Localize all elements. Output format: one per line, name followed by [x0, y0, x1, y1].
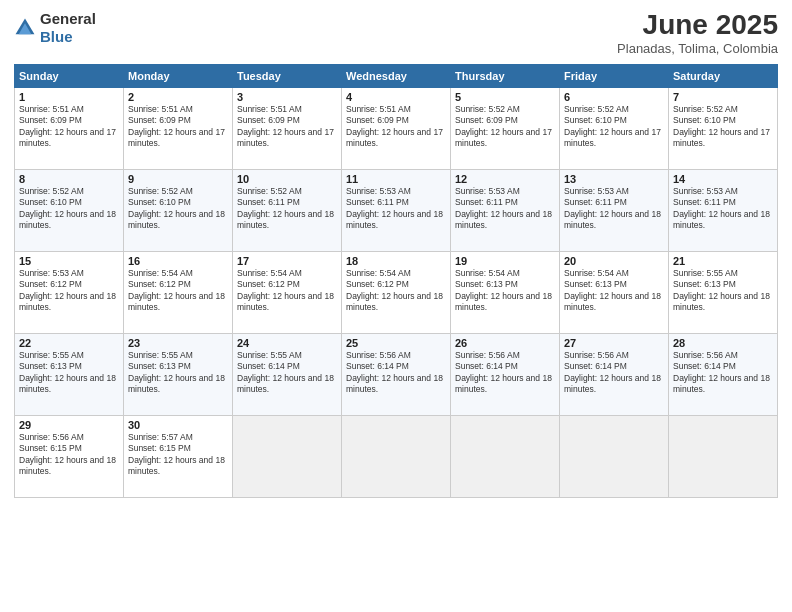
day-number: 28 — [673, 337, 773, 349]
calendar-cell: 4Sunrise: 5:51 AMSunset: 6:09 PMDaylight… — [342, 87, 451, 169]
calendar-table: Sunday Monday Tuesday Wednesday Thursday… — [14, 64, 778, 498]
calendar-cell: 7Sunrise: 5:52 AMSunset: 6:10 PMDaylight… — [669, 87, 778, 169]
header: General Blue June 2025 Planadas, Tolima,… — [14, 10, 778, 56]
day-info: Sunrise: 5:56 AMSunset: 6:14 PMDaylight:… — [455, 350, 555, 396]
calendar-cell — [560, 415, 669, 497]
day-info: Sunrise: 5:52 AMSunset: 6:09 PMDaylight:… — [455, 104, 555, 150]
day-number: 26 — [455, 337, 555, 349]
calendar-cell: 12Sunrise: 5:53 AMSunset: 6:11 PMDayligh… — [451, 169, 560, 251]
col-thursday: Thursday — [451, 64, 560, 87]
calendar-subtitle: Planadas, Tolima, Colombia — [617, 41, 778, 56]
day-info: Sunrise: 5:54 AMSunset: 6:13 PMDaylight:… — [564, 268, 664, 314]
day-info: Sunrise: 5:53 AMSunset: 6:11 PMDaylight:… — [346, 186, 446, 232]
day-info: Sunrise: 5:52 AMSunset: 6:10 PMDaylight:… — [128, 186, 228, 232]
calendar-cell — [451, 415, 560, 497]
day-info: Sunrise: 5:54 AMSunset: 6:12 PMDaylight:… — [237, 268, 337, 314]
calendar-cell: 26Sunrise: 5:56 AMSunset: 6:14 PMDayligh… — [451, 333, 560, 415]
calendar-cell: 10Sunrise: 5:52 AMSunset: 6:11 PMDayligh… — [233, 169, 342, 251]
calendar-cell: 16Sunrise: 5:54 AMSunset: 6:12 PMDayligh… — [124, 251, 233, 333]
day-number: 24 — [237, 337, 337, 349]
day-info: Sunrise: 5:51 AMSunset: 6:09 PMDaylight:… — [128, 104, 228, 150]
calendar-header: Sunday Monday Tuesday Wednesday Thursday… — [15, 64, 778, 87]
calendar-cell — [342, 415, 451, 497]
day-number: 9 — [128, 173, 228, 185]
day-number: 12 — [455, 173, 555, 185]
day-info: Sunrise: 5:56 AMSunset: 6:14 PMDaylight:… — [564, 350, 664, 396]
day-info: Sunrise: 5:56 AMSunset: 6:15 PMDaylight:… — [19, 432, 119, 478]
logo-text: General Blue — [40, 10, 96, 46]
day-info: Sunrise: 5:56 AMSunset: 6:14 PMDaylight:… — [673, 350, 773, 396]
day-number: 4 — [346, 91, 446, 103]
day-info: Sunrise: 5:55 AMSunset: 6:13 PMDaylight:… — [673, 268, 773, 314]
day-info: Sunrise: 5:55 AMSunset: 6:13 PMDaylight:… — [19, 350, 119, 396]
day-info: Sunrise: 5:55 AMSunset: 6:14 PMDaylight:… — [237, 350, 337, 396]
calendar-cell: 14Sunrise: 5:53 AMSunset: 6:11 PMDayligh… — [669, 169, 778, 251]
day-number: 2 — [128, 91, 228, 103]
day-info: Sunrise: 5:51 AMSunset: 6:09 PMDaylight:… — [346, 104, 446, 150]
calendar-cell: 27Sunrise: 5:56 AMSunset: 6:14 PMDayligh… — [560, 333, 669, 415]
day-info: Sunrise: 5:55 AMSunset: 6:13 PMDaylight:… — [128, 350, 228, 396]
calendar-week-4: 22Sunrise: 5:55 AMSunset: 6:13 PMDayligh… — [15, 333, 778, 415]
calendar-cell: 13Sunrise: 5:53 AMSunset: 6:11 PMDayligh… — [560, 169, 669, 251]
day-number: 1 — [19, 91, 119, 103]
calendar-cell: 1Sunrise: 5:51 AMSunset: 6:09 PMDaylight… — [15, 87, 124, 169]
calendar-cell: 20Sunrise: 5:54 AMSunset: 6:13 PMDayligh… — [560, 251, 669, 333]
calendar-cell: 29Sunrise: 5:56 AMSunset: 6:15 PMDayligh… — [15, 415, 124, 497]
day-number: 21 — [673, 255, 773, 267]
day-info: Sunrise: 5:53 AMSunset: 6:12 PMDaylight:… — [19, 268, 119, 314]
calendar-cell: 3Sunrise: 5:51 AMSunset: 6:09 PMDaylight… — [233, 87, 342, 169]
day-info: Sunrise: 5:52 AMSunset: 6:10 PMDaylight:… — [673, 104, 773, 150]
col-saturday: Saturday — [669, 64, 778, 87]
day-info: Sunrise: 5:51 AMSunset: 6:09 PMDaylight:… — [19, 104, 119, 150]
logo: General Blue — [14, 10, 96, 46]
day-number: 16 — [128, 255, 228, 267]
calendar-cell: 25Sunrise: 5:56 AMSunset: 6:14 PMDayligh… — [342, 333, 451, 415]
title-block: June 2025 Planadas, Tolima, Colombia — [617, 10, 778, 56]
day-number: 18 — [346, 255, 446, 267]
day-number: 19 — [455, 255, 555, 267]
day-number: 8 — [19, 173, 119, 185]
day-number: 30 — [128, 419, 228, 431]
calendar-week-1: 1Sunrise: 5:51 AMSunset: 6:09 PMDaylight… — [15, 87, 778, 169]
calendar-cell: 8Sunrise: 5:52 AMSunset: 6:10 PMDaylight… — [15, 169, 124, 251]
calendar-cell: 30Sunrise: 5:57 AMSunset: 6:15 PMDayligh… — [124, 415, 233, 497]
col-friday: Friday — [560, 64, 669, 87]
calendar-cell — [669, 415, 778, 497]
day-info: Sunrise: 5:54 AMSunset: 6:13 PMDaylight:… — [455, 268, 555, 314]
calendar-body: 1Sunrise: 5:51 AMSunset: 6:09 PMDaylight… — [15, 87, 778, 497]
day-number: 11 — [346, 173, 446, 185]
logo-blue: Blue — [40, 28, 73, 45]
header-row: Sunday Monday Tuesday Wednesday Thursday… — [15, 64, 778, 87]
day-info: Sunrise: 5:53 AMSunset: 6:11 PMDaylight:… — [564, 186, 664, 232]
day-info: Sunrise: 5:54 AMSunset: 6:12 PMDaylight:… — [128, 268, 228, 314]
day-number: 14 — [673, 173, 773, 185]
day-info: Sunrise: 5:52 AMSunset: 6:10 PMDaylight:… — [19, 186, 119, 232]
day-number: 25 — [346, 337, 446, 349]
calendar-cell — [233, 415, 342, 497]
day-number: 5 — [455, 91, 555, 103]
day-number: 6 — [564, 91, 664, 103]
day-info: Sunrise: 5:52 AMSunset: 6:11 PMDaylight:… — [237, 186, 337, 232]
day-info: Sunrise: 5:56 AMSunset: 6:14 PMDaylight:… — [346, 350, 446, 396]
calendar-cell: 18Sunrise: 5:54 AMSunset: 6:12 PMDayligh… — [342, 251, 451, 333]
day-number: 29 — [19, 419, 119, 431]
day-number: 3 — [237, 91, 337, 103]
calendar-week-2: 8Sunrise: 5:52 AMSunset: 6:10 PMDaylight… — [15, 169, 778, 251]
calendar-cell: 2Sunrise: 5:51 AMSunset: 6:09 PMDaylight… — [124, 87, 233, 169]
calendar-cell: 6Sunrise: 5:52 AMSunset: 6:10 PMDaylight… — [560, 87, 669, 169]
day-number: 13 — [564, 173, 664, 185]
day-info: Sunrise: 5:53 AMSunset: 6:11 PMDaylight:… — [673, 186, 773, 232]
calendar-cell: 28Sunrise: 5:56 AMSunset: 6:14 PMDayligh… — [669, 333, 778, 415]
col-wednesday: Wednesday — [342, 64, 451, 87]
day-number: 20 — [564, 255, 664, 267]
calendar-cell: 17Sunrise: 5:54 AMSunset: 6:12 PMDayligh… — [233, 251, 342, 333]
calendar-title: June 2025 — [617, 10, 778, 41]
logo-general: General — [40, 10, 96, 27]
calendar-cell: 9Sunrise: 5:52 AMSunset: 6:10 PMDaylight… — [124, 169, 233, 251]
calendar-week-3: 15Sunrise: 5:53 AMSunset: 6:12 PMDayligh… — [15, 251, 778, 333]
day-number: 10 — [237, 173, 337, 185]
day-info: Sunrise: 5:53 AMSunset: 6:11 PMDaylight:… — [455, 186, 555, 232]
day-number: 27 — [564, 337, 664, 349]
day-info: Sunrise: 5:57 AMSunset: 6:15 PMDaylight:… — [128, 432, 228, 478]
day-info: Sunrise: 5:51 AMSunset: 6:09 PMDaylight:… — [237, 104, 337, 150]
